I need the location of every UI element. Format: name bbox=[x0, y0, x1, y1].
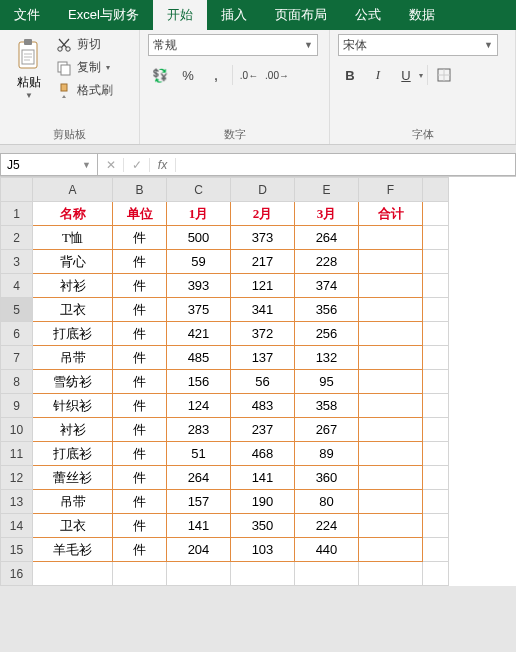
cell-10-1[interactable]: 件 bbox=[113, 418, 167, 442]
cell-10-0[interactable]: 衬衫 bbox=[33, 418, 113, 442]
cell-9-4[interactable]: 358 bbox=[295, 394, 359, 418]
cell-1-3[interactable]: 2月 bbox=[231, 202, 295, 226]
cell-11-0[interactable]: 打底衫 bbox=[33, 442, 113, 466]
row-header-16[interactable]: 16 bbox=[1, 562, 33, 586]
cell-14-4[interactable]: 224 bbox=[295, 514, 359, 538]
col-header-D[interactable]: D bbox=[231, 178, 295, 202]
col-header-B[interactable]: B bbox=[113, 178, 167, 202]
bold-button[interactable]: B bbox=[338, 64, 362, 86]
cell-5-3[interactable]: 341 bbox=[231, 298, 295, 322]
italic-button[interactable]: I bbox=[366, 64, 390, 86]
cell-9-0[interactable]: 针织衫 bbox=[33, 394, 113, 418]
cell-16-0[interactable] bbox=[33, 562, 113, 586]
cell-2-6[interactable] bbox=[423, 226, 449, 250]
cell-1-2[interactable]: 1月 bbox=[167, 202, 231, 226]
cell-11-3[interactable]: 468 bbox=[231, 442, 295, 466]
cell-9-1[interactable]: 件 bbox=[113, 394, 167, 418]
cell-8-5[interactable] bbox=[359, 370, 423, 394]
cell-8-2[interactable]: 156 bbox=[167, 370, 231, 394]
cell-2-0[interactable]: T恤 bbox=[33, 226, 113, 250]
cell-9-2[interactable]: 124 bbox=[167, 394, 231, 418]
insert-function-button[interactable]: fx bbox=[150, 158, 176, 172]
cell-13-6[interactable] bbox=[423, 490, 449, 514]
cell-16-4[interactable] bbox=[295, 562, 359, 586]
cell-5-0[interactable]: 卫衣 bbox=[33, 298, 113, 322]
cell-11-6[interactable] bbox=[423, 442, 449, 466]
row-header-9[interactable]: 9 bbox=[1, 394, 33, 418]
cell-5-4[interactable]: 356 bbox=[295, 298, 359, 322]
cell-14-5[interactable] bbox=[359, 514, 423, 538]
select-all-corner[interactable] bbox=[1, 178, 33, 202]
tab-excel-finance[interactable]: Excel与财务 bbox=[54, 0, 153, 30]
percent-button[interactable]: % bbox=[176, 64, 200, 86]
col-header-E[interactable]: E bbox=[295, 178, 359, 202]
copy-button[interactable]: 复制 ▾ bbox=[56, 59, 113, 76]
cell-4-0[interactable]: 衬衫 bbox=[33, 274, 113, 298]
cell-15-3[interactable]: 103 bbox=[231, 538, 295, 562]
cell-16-1[interactable] bbox=[113, 562, 167, 586]
cell-6-6[interactable] bbox=[423, 322, 449, 346]
row-header-12[interactable]: 12 bbox=[1, 466, 33, 490]
cell-14-3[interactable]: 350 bbox=[231, 514, 295, 538]
cell-12-6[interactable] bbox=[423, 466, 449, 490]
cell-13-2[interactable]: 157 bbox=[167, 490, 231, 514]
cell-15-0[interactable]: 羊毛衫 bbox=[33, 538, 113, 562]
cell-9-6[interactable] bbox=[423, 394, 449, 418]
cell-16-6[interactable] bbox=[423, 562, 449, 586]
cell-3-5[interactable] bbox=[359, 250, 423, 274]
cell-12-2[interactable]: 264 bbox=[167, 466, 231, 490]
cell-11-4[interactable]: 89 bbox=[295, 442, 359, 466]
cell-5-1[interactable]: 件 bbox=[113, 298, 167, 322]
cell-6-0[interactable]: 打底衫 bbox=[33, 322, 113, 346]
cell-8-3[interactable]: 56 bbox=[231, 370, 295, 394]
decrease-decimal-button[interactable]: .00→ bbox=[265, 64, 289, 86]
cell-1-4[interactable]: 3月 bbox=[295, 202, 359, 226]
cell-8-0[interactable]: 雪纺衫 bbox=[33, 370, 113, 394]
cell-5-6[interactable] bbox=[423, 298, 449, 322]
tab-start[interactable]: 开始 bbox=[153, 0, 207, 30]
cell-2-5[interactable] bbox=[359, 226, 423, 250]
cell-14-6[interactable] bbox=[423, 514, 449, 538]
col-header-F[interactable]: F bbox=[359, 178, 423, 202]
row-header-13[interactable]: 13 bbox=[1, 490, 33, 514]
row-header-8[interactable]: 8 bbox=[1, 370, 33, 394]
row-header-11[interactable]: 11 bbox=[1, 442, 33, 466]
row-header-3[interactable]: 3 bbox=[1, 250, 33, 274]
cell-15-4[interactable]: 440 bbox=[295, 538, 359, 562]
cell-11-1[interactable]: 件 bbox=[113, 442, 167, 466]
cell-12-3[interactable]: 141 bbox=[231, 466, 295, 490]
spreadsheet-grid[interactable]: ABCDEF1名称单位1月2月3月合计2T恤件5003732643背心件5921… bbox=[0, 177, 516, 586]
cell-10-4[interactable]: 267 bbox=[295, 418, 359, 442]
tab-insert[interactable]: 插入 bbox=[207, 0, 261, 30]
cell-5-2[interactable]: 375 bbox=[167, 298, 231, 322]
row-header-2[interactable]: 2 bbox=[1, 226, 33, 250]
row-header-14[interactable]: 14 bbox=[1, 514, 33, 538]
cell-3-1[interactable]: 件 bbox=[113, 250, 167, 274]
cell-12-1[interactable]: 件 bbox=[113, 466, 167, 490]
tab-file[interactable]: 文件 bbox=[0, 0, 54, 30]
increase-decimal-button[interactable]: .0← bbox=[237, 64, 261, 86]
cell-2-1[interactable]: 件 bbox=[113, 226, 167, 250]
cell-6-3[interactable]: 372 bbox=[231, 322, 295, 346]
cell-13-0[interactable]: 吊带 bbox=[33, 490, 113, 514]
border-button[interactable] bbox=[432, 64, 456, 86]
cell-3-2[interactable]: 59 bbox=[167, 250, 231, 274]
cell-15-1[interactable]: 件 bbox=[113, 538, 167, 562]
cell-9-3[interactable]: 483 bbox=[231, 394, 295, 418]
cell-15-5[interactable] bbox=[359, 538, 423, 562]
cell-4-5[interactable] bbox=[359, 274, 423, 298]
cell-3-3[interactable]: 217 bbox=[231, 250, 295, 274]
cell-13-5[interactable] bbox=[359, 490, 423, 514]
cell-7-1[interactable]: 件 bbox=[113, 346, 167, 370]
format-painter-button[interactable]: 格式刷 bbox=[56, 82, 113, 99]
number-format-combo[interactable]: 常规 ▼ bbox=[148, 34, 318, 56]
cell-1-0[interactable]: 名称 bbox=[33, 202, 113, 226]
cell-7-0[interactable]: 吊带 bbox=[33, 346, 113, 370]
cell-14-1[interactable]: 件 bbox=[113, 514, 167, 538]
cell-4-2[interactable]: 393 bbox=[167, 274, 231, 298]
cell-3-0[interactable]: 背心 bbox=[33, 250, 113, 274]
name-box[interactable]: J5 ▼ bbox=[0, 153, 98, 176]
row-header-1[interactable]: 1 bbox=[1, 202, 33, 226]
cell-16-3[interactable] bbox=[231, 562, 295, 586]
col-header-A[interactable]: A bbox=[33, 178, 113, 202]
